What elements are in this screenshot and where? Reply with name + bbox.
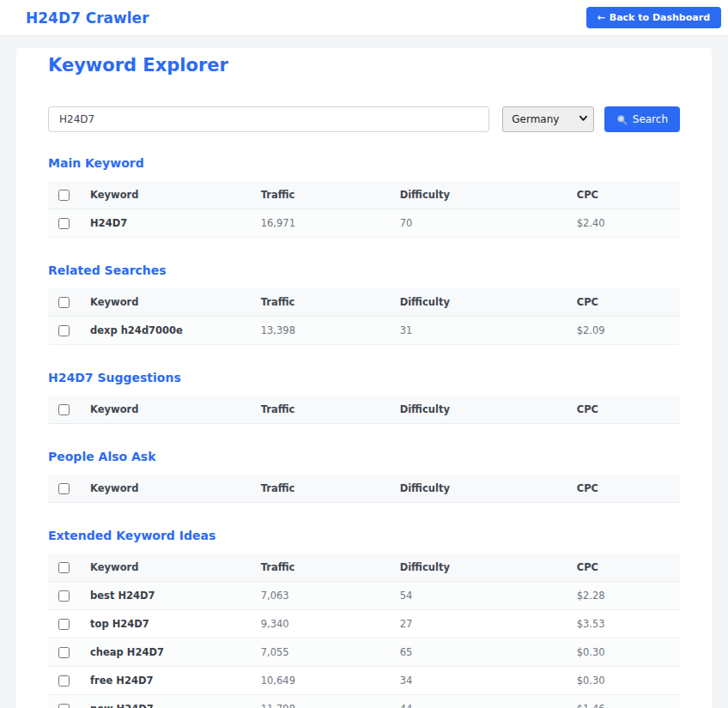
column-header-cpc: CPC	[567, 288, 680, 317]
keyword-cell: H24D7	[80, 209, 251, 238]
column-header-traffic: Traffic	[251, 288, 390, 317]
difficulty-cell: 70	[390, 209, 567, 238]
column-header-cpc: CPC	[567, 554, 680, 582]
table-row: new H24D711,79844$1.46	[48, 695, 680, 708]
row-checkbox[interactable]	[58, 704, 70, 708]
column-header-keyword: Keyword	[80, 396, 251, 424]
row-checkbox[interactable]	[58, 675, 70, 687]
keyword-section: Extended Keyword Ideas Keyword Traffic D…	[48, 529, 680, 708]
keyword-section: People Also Ask Keyword Traffic Difficul…	[48, 450, 680, 503]
traffic-cell: 16,971	[251, 209, 390, 238]
back-to-dashboard-button[interactable]: ← Back to Dashboard	[586, 7, 721, 28]
row-checkbox[interactable]	[58, 619, 70, 630]
difficulty-cell: 65	[390, 638, 567, 667]
keyword-table: Keyword Traffic Difficulty CPC best H24D…	[48, 554, 680, 708]
cpc-cell: $2.09	[567, 317, 680, 345]
keyword-sections: Main Keyword Keyword Traffic Difficulty …	[48, 156, 680, 708]
column-header-traffic: Traffic	[251, 554, 390, 582]
table-row: dexp h24d7000e13,39831$2.09	[48, 317, 680, 345]
country-select-wrap: Germany	[502, 106, 594, 132]
column-header-keyword: Keyword	[80, 554, 251, 582]
table-row: H24D716,97170$2.40	[48, 209, 680, 238]
column-header-traffic: Traffic	[251, 181, 390, 209]
select-all-checkbox[interactable]	[58, 483, 70, 494]
table-row: top H24D79,34027$3.53	[48, 610, 680, 638]
select-all-checkbox[interactable]	[58, 190, 70, 201]
difficulty-cell: 34	[390, 667, 567, 695]
column-header-cpc: CPC	[567, 396, 680, 424]
column-header-keyword: Keyword	[80, 475, 251, 503]
column-header-traffic: Traffic	[251, 396, 390, 424]
traffic-cell: 9,340	[251, 610, 390, 638]
select-all-checkbox[interactable]	[58, 404, 70, 415]
traffic-cell: 11,798	[251, 695, 390, 708]
cpc-cell: $0.30	[567, 667, 680, 695]
column-header-difficulty: Difficulty	[390, 396, 567, 424]
column-header-cpc: CPC	[567, 475, 680, 503]
page-title: Keyword Explorer	[48, 55, 680, 76]
row-checkbox[interactable]	[58, 590, 70, 602]
difficulty-cell: 31	[390, 317, 567, 345]
traffic-cell: 13,398	[251, 317, 390, 345]
keyword-section: H24D7 Suggestions Keyword Traffic Diffic…	[48, 371, 680, 424]
keyword-cell: dexp h24d7000e	[80, 317, 251, 345]
section-title: People Also Ask	[48, 450, 680, 463]
search-button[interactable]: Search	[604, 106, 680, 132]
traffic-cell: 7,063	[251, 582, 390, 610]
keyword-search-input[interactable]	[48, 106, 489, 132]
column-header-difficulty: Difficulty	[390, 475, 567, 503]
table-header-row: Keyword Traffic Difficulty CPC	[48, 181, 680, 209]
app-header: H24D7 Crawler ← Back to Dashboard	[0, 0, 728, 36]
keyword-table: Keyword Traffic Difficulty CPC	[48, 396, 680, 424]
difficulty-cell: 27	[390, 610, 567, 638]
row-checkbox[interactable]	[58, 647, 70, 658]
table-header-row: Keyword Traffic Difficulty CPC	[48, 554, 680, 582]
search-bar: Germany Search	[48, 106, 680, 132]
row-checkbox[interactable]	[58, 218, 70, 229]
section-title: Main Keyword	[48, 156, 680, 170]
row-checkbox[interactable]	[58, 325, 70, 336]
keyword-section: Main Keyword Keyword Traffic Difficulty …	[48, 156, 680, 238]
column-header-cpc: CPC	[567, 181, 680, 209]
select-all-checkbox[interactable]	[58, 297, 70, 308]
keyword-table: Keyword Traffic Difficulty CPC H24D716,9…	[48, 181, 680, 238]
section-title: Extended Keyword Ideas	[48, 529, 680, 542]
difficulty-cell: 44	[390, 695, 567, 708]
column-header-keyword: Keyword	[80, 181, 251, 209]
cpc-cell: $0.30	[567, 638, 680, 667]
page-body: Keyword Explorer Germany Search Main Key…	[0, 36, 728, 708]
table-header-row: Keyword Traffic Difficulty CPC	[48, 288, 680, 317]
keyword-cell: new H24D7	[80, 695, 251, 708]
table-row: cheap H24D77,05565$0.30	[48, 638, 680, 667]
keyword-table: Keyword Traffic Difficulty CPC	[48, 475, 680, 503]
select-all-checkbox[interactable]	[58, 562, 70, 573]
table-row: free H24D710,64934$0.30	[48, 667, 680, 695]
app-title: H24D7 Crawler	[26, 9, 149, 27]
keyword-cell: cheap H24D7	[80, 638, 251, 667]
keyword-cell: top H24D7	[80, 610, 251, 638]
search-icon	[616, 114, 628, 125]
search-button-label: Search	[633, 113, 668, 125]
keyword-section: Related Searches Keyword Traffic Difficu…	[48, 263, 680, 345]
cpc-cell: $2.28	[567, 582, 680, 610]
cpc-cell: $3.53	[567, 610, 680, 638]
column-header-difficulty: Difficulty	[390, 554, 567, 582]
table-header-row: Keyword Traffic Difficulty CPC	[48, 475, 680, 503]
keyword-table: Keyword Traffic Difficulty CPC dexp h24d…	[48, 288, 680, 345]
column-header-keyword: Keyword	[80, 288, 251, 317]
back-arrow-icon: ←	[598, 12, 605, 23]
column-header-traffic: Traffic	[251, 475, 390, 503]
section-title: H24D7 Suggestions	[48, 371, 680, 384]
table-row: best H24D77,06354$2.28	[48, 582, 680, 610]
table-header-row: Keyword Traffic Difficulty CPC	[48, 396, 680, 424]
difficulty-cell: 54	[390, 582, 567, 610]
country-select[interactable]: Germany	[502, 106, 594, 132]
back-button-label: Back to Dashboard	[610, 12, 710, 23]
traffic-cell: 10,649	[251, 667, 390, 695]
column-header-difficulty: Difficulty	[390, 181, 567, 209]
keyword-cell: best H24D7	[80, 582, 251, 610]
cpc-cell: $1.46	[567, 695, 680, 708]
keyword-explorer-card: Keyword Explorer Germany Search Main Key…	[16, 48, 712, 708]
section-title: Related Searches	[48, 263, 680, 277]
keyword-cell: free H24D7	[80, 667, 251, 695]
